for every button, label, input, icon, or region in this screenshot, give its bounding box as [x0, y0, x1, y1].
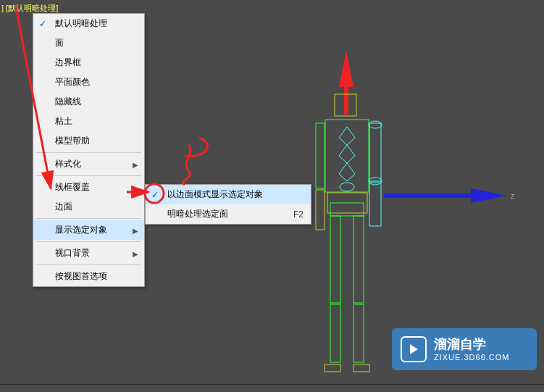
menu-label: 以边面模式显示选定对象 [167, 189, 263, 199]
menu-label: 粘土 [55, 116, 72, 126]
menu-model-help[interactable]: 模型帮助 [33, 131, 144, 151]
menu-label: 样式化 [55, 159, 81, 169]
svg-rect-7 [330, 203, 364, 216]
svg-rect-9 [353, 216, 364, 303]
svg-point-19 [369, 121, 382, 128]
menu-label: 线框覆盖 [55, 182, 90, 192]
menu-default-shading[interactable]: ✓ 默认明暗处理 [33, 14, 144, 33]
menu-face[interactable]: 面 [33, 33, 144, 53]
menu-separator [36, 152, 141, 153]
menu-separator [36, 241, 141, 242]
shortcut-label: F2 [293, 209, 304, 220]
svg-rect-11 [353, 304, 364, 362]
watermark-badge: 溜溜自学 ZIXUE.3D66.COM [392, 328, 537, 370]
menu-separator [36, 264, 141, 265]
svg-marker-20 [339, 127, 355, 145]
menu-label: 边面 [55, 201, 72, 212]
menu-label: 明暗处理选定面 [167, 209, 228, 219]
play-icon [401, 336, 427, 362]
menu-wireframe-override[interactable]: 线框覆盖 [33, 178, 144, 197]
svg-rect-17 [369, 183, 381, 226]
menu-label: 边界框 [55, 57, 81, 67]
svg-rect-12 [325, 364, 340, 372]
chevron-right-icon: ▶ [133, 160, 138, 168]
svg-point-23 [340, 183, 354, 191]
menu-stylize[interactable]: 样式化 ▶ [33, 154, 144, 174]
svg-marker-21 [339, 145, 355, 163]
menu-label: 显示选定对象 [55, 225, 107, 235]
svg-rect-15 [316, 190, 325, 230]
menu-label: 模型帮助 [55, 135, 90, 146]
menu-label: 平面颜色 [55, 77, 90, 87]
watermark-url: ZIXUE.3D66.COM [434, 353, 509, 362]
svg-marker-2 [471, 188, 507, 203]
chevron-right-icon: ▶ [133, 226, 138, 234]
menu-show-selected[interactable]: 显示选定对象 ▶ [33, 220, 144, 240]
submenu-shade-selected-face[interactable]: 明暗处理选定面 F2 [146, 204, 311, 224]
svg-rect-16 [369, 123, 381, 181]
menu-label: 面 [55, 38, 64, 48]
menu-hidden-line[interactable]: 隐藏线 [33, 92, 144, 112]
menu-clay[interactable]: 粘土 [33, 112, 144, 131]
svg-rect-14 [316, 123, 325, 188]
chevron-right-icon: ▶ [133, 249, 138, 257]
menu-label: 隐藏线 [55, 96, 81, 107]
svg-rect-10 [330, 304, 340, 362]
svg-rect-13 [353, 364, 369, 372]
svg-marker-22 [339, 163, 355, 181]
menu-edge-face[interactable]: 边面 [33, 197, 144, 217]
axis-z-label: z [511, 191, 515, 200]
menu-label: 视口背景 [55, 248, 90, 258]
svg-rect-1 [344, 86, 348, 114]
shading-context-menu[interactable]: ✓ 默认明暗处理 面 边界框 平面颜色 隐藏线 粘土 模型帮助 样式化 ▶ 线框… [33, 13, 145, 287]
watermark-title: 溜溜自学 [434, 337, 509, 353]
menu-flat-color[interactable]: 平面颜色 [33, 72, 144, 92]
svg-marker-0 [339, 51, 353, 87]
svg-rect-3 [384, 193, 472, 198]
svg-rect-8 [330, 216, 340, 303]
submenu-edge-face-selected[interactable]: ✓ 以边面模式显示选定对象 [146, 185, 311, 204]
menu-separator [36, 218, 141, 219]
menu-separator [36, 175, 141, 176]
show-selected-submenu[interactable]: ✓ 以边面模式显示选定对象 明暗处理选定面 F2 [145, 184, 311, 225]
menu-viewport-bg[interactable]: 视口背景 ▶ [33, 243, 144, 263]
svg-marker-27 [410, 344, 418, 354]
check-icon: ✓ [151, 190, 159, 200]
menu-label: 默认明暗处理 [55, 18, 107, 28]
check-icon: ✓ [39, 19, 46, 29]
menu-per-view-prefs[interactable]: 按视图首选项 [33, 267, 144, 286]
menu-label: 按视图首选项 [55, 271, 107, 281]
menu-bounding-box[interactable]: 边界框 [33, 53, 144, 72]
